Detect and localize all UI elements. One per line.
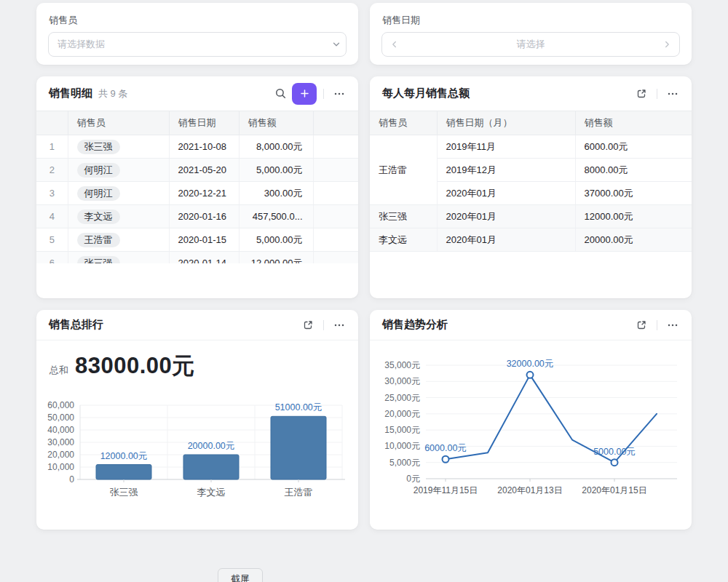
sales-detail-title: 销售明细 bbox=[49, 87, 92, 100]
data-point-marker[interactable] bbox=[612, 459, 618, 466]
column-header-empty bbox=[313, 111, 358, 135]
amount-cell: 8000.00元 bbox=[575, 159, 692, 182]
y-tick-label: 20,000 bbox=[47, 450, 74, 460]
divider bbox=[657, 320, 657, 330]
y-tick-label: 20,000元 bbox=[384, 409, 420, 419]
empty-cell bbox=[313, 228, 358, 252]
pivot-table-row[interactable]: 王浩雷2019年11月6000.00元 bbox=[370, 135, 692, 159]
amount-cell: 5,000.00元 bbox=[239, 159, 313, 182]
y-tick-label: 50,000 bbox=[47, 412, 74, 423]
plus-icon bbox=[299, 88, 310, 99]
amount-cell: 12000.00元 bbox=[575, 205, 692, 228]
total-stat-label: 总和 bbox=[50, 364, 68, 377]
salesperson-cell: 张三强 bbox=[68, 135, 169, 159]
amount-cell: 300.00元 bbox=[239, 182, 313, 205]
chevron-right-icon[interactable] bbox=[657, 35, 676, 54]
filter-card-sales-date: 销售日期 请选择 bbox=[370, 3, 692, 65]
search-icon[interactable] bbox=[270, 84, 290, 104]
pivot-table-header-row: 销售员销售日期（月）销售额 bbox=[370, 111, 692, 135]
column-header: 销售日期（月） bbox=[437, 111, 575, 135]
data-point-marker[interactable] bbox=[527, 372, 534, 378]
detail-table-row[interactable]: 5王浩雷2020-01-155,000.00元 bbox=[36, 228, 358, 252]
monthly-summary-title: 每人每月销售总额 bbox=[382, 87, 470, 100]
x-tick-label: 2019年11月15日 bbox=[414, 485, 478, 495]
expand-icon[interactable] bbox=[298, 315, 318, 335]
sales-date-cell: 2020-01-15 bbox=[169, 228, 239, 252]
sales-date-cell: 2021-10-08 bbox=[169, 135, 239, 159]
more-icon[interactable] bbox=[329, 315, 349, 335]
screenshot-button[interactable]: 截屏 bbox=[218, 568, 263, 582]
month-cell: 2020年01月 bbox=[437, 205, 575, 228]
x-tick-label: 2020年01月13日 bbox=[497, 485, 562, 495]
x-tick-label: 2020年01月15日 bbox=[582, 485, 646, 495]
point-value-label: 5000.00元 bbox=[593, 447, 636, 457]
sales-trend-title: 销售趋势分析 bbox=[382, 318, 448, 332]
filter-card-salesperson: 销售员 请选择数据 bbox=[36, 3, 358, 65]
salesperson-cell: 张三强 bbox=[68, 252, 169, 264]
pivot-table-row[interactable]: 张三强2020年01月12000.00元 bbox=[370, 205, 692, 228]
salesperson-tag: 何明江 bbox=[77, 186, 120, 201]
column-header-empty bbox=[36, 111, 68, 135]
y-tick-label: 40,000 bbox=[47, 425, 74, 435]
sales-date-picker[interactable]: 请选择 bbox=[381, 32, 680, 57]
expand-icon[interactable] bbox=[631, 315, 652, 335]
pivot-table-row[interactable]: 李文远2020年01月20000.00元 bbox=[370, 228, 692, 252]
amount-cell: 37000.00元 bbox=[575, 182, 692, 205]
divider bbox=[657, 89, 657, 99]
bar-value-label: 51000.00元 bbox=[275, 402, 323, 412]
salesperson-group-cell: 李文远 bbox=[370, 228, 437, 252]
salesperson-group-cell: 王浩雷 bbox=[370, 135, 437, 205]
detail-table-row[interactable]: 3何明江2020-12-21300.00元 bbox=[36, 182, 358, 205]
more-icon[interactable] bbox=[662, 84, 683, 104]
sales-rank-title: 销售总排行 bbox=[49, 318, 103, 332]
empty-cell bbox=[313, 182, 358, 205]
salesperson-tag: 李文远 bbox=[77, 210, 120, 224]
filter-label-sales-date: 销售日期 bbox=[382, 14, 420, 27]
expand-icon[interactable] bbox=[631, 84, 652, 104]
column-header: 销售额 bbox=[239, 111, 313, 135]
salesperson-select[interactable]: 请选择数据 bbox=[48, 32, 347, 57]
detail-table-header-row: 销售员销售日期销售额 bbox=[36, 111, 358, 135]
salesperson-select-placeholder: 请选择数据 bbox=[58, 38, 327, 51]
salesperson-tag: 何明江 bbox=[77, 163, 120, 178]
amount-cell: 5,000.00元 bbox=[239, 228, 313, 252]
sales-date-cell: 2021-05-20 bbox=[169, 159, 239, 182]
more-icon[interactable] bbox=[329, 84, 349, 104]
sales-rank-card: 销售总排行 总和 83000.00元 60,00050,00040,00030,… bbox=[36, 310, 358, 530]
total-stat-value: 83000.00元 bbox=[75, 351, 195, 381]
salesperson-cell: 何明江 bbox=[68, 182, 169, 205]
point-value-label: 32000.00元 bbox=[507, 359, 554, 369]
bar[interactable] bbox=[271, 416, 326, 479]
column-header: 销售员 bbox=[68, 111, 169, 135]
add-record-button[interactable] bbox=[292, 83, 317, 105]
row-index: 6 bbox=[36, 252, 68, 264]
month-cell: 2019年11月 bbox=[437, 135, 575, 159]
filter-label-salesperson: 销售员 bbox=[49, 14, 77, 27]
sales-date-cell: 2020-01-16 bbox=[169, 205, 239, 228]
month-cell: 2020年01月 bbox=[437, 228, 575, 252]
y-tick-label: 60,000 bbox=[47, 400, 74, 410]
bar-chart: 60,00050,00040,00030,00020,00010,0000120… bbox=[36, 396, 358, 511]
salesperson-group-cell: 张三强 bbox=[370, 205, 437, 228]
sales-date-cell: 2020-12-21 bbox=[169, 182, 239, 205]
sales-detail-table-viewport[interactable]: 销售员销售日期销售额 1张三强2021-10-088,000.00元2何明江20… bbox=[36, 111, 358, 263]
more-icon[interactable] bbox=[662, 315, 683, 335]
bar[interactable] bbox=[96, 465, 151, 479]
month-cell: 2019年12月 bbox=[437, 159, 575, 182]
amount-cell: 457,500.0... bbox=[239, 205, 313, 228]
detail-table-row[interactable]: 4李文远2020-01-16457,500.0... bbox=[36, 205, 358, 228]
data-point-marker[interactable] bbox=[443, 456, 449, 463]
detail-table-row[interactable]: 6张三强2020-01-1412,000.00元 bbox=[36, 252, 358, 264]
divider bbox=[323, 89, 324, 99]
salesperson-cell: 王浩雷 bbox=[68, 228, 169, 252]
amount-cell: 12,000.00元 bbox=[239, 252, 313, 264]
detail-table-row[interactable]: 2何明江2021-05-205,000.00元 bbox=[36, 159, 358, 182]
bar[interactable] bbox=[183, 455, 239, 479]
empty-cell bbox=[313, 159, 358, 182]
chevron-left-icon[interactable] bbox=[385, 35, 404, 54]
line-chart: 35,000元30,000元25,000元20,000元15,000元10,00… bbox=[370, 355, 692, 509]
salesperson-tag: 王浩雷 bbox=[77, 233, 120, 247]
divider bbox=[323, 320, 324, 330]
x-category-label: 张三强 bbox=[110, 487, 138, 498]
detail-table-row[interactable]: 1张三强2021-10-088,000.00元 bbox=[36, 135, 358, 159]
